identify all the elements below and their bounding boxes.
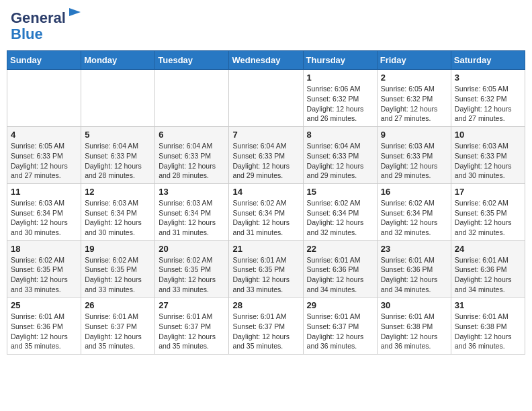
calendar-cell: 14Sunrise: 6:02 AM Sunset: 6:34 PM Dayli… bbox=[229, 183, 303, 240]
day-info: Sunrise: 6:01 AM Sunset: 6:36 PM Dayligh… bbox=[307, 255, 373, 295]
day-info: Sunrise: 6:02 AM Sunset: 6:35 PM Dayligh… bbox=[159, 255, 225, 295]
calendar-cell bbox=[81, 70, 155, 127]
day-info: Sunrise: 6:03 AM Sunset: 6:33 PM Dayligh… bbox=[381, 141, 447, 181]
day-number: 1 bbox=[307, 73, 373, 83]
weekday-friday: Friday bbox=[377, 51, 451, 70]
day-number: 31 bbox=[455, 300, 521, 310]
day-info: Sunrise: 6:05 AM Sunset: 6:32 PM Dayligh… bbox=[455, 84, 521, 124]
calendar-cell: 18Sunrise: 6:02 AM Sunset: 6:35 PM Dayli… bbox=[7, 240, 81, 298]
day-number: 12 bbox=[85, 187, 151, 197]
calendar-cell: 8Sunrise: 6:04 AM Sunset: 6:33 PM Daylig… bbox=[303, 127, 377, 184]
day-number: 16 bbox=[381, 187, 447, 197]
calendar-cell: 22Sunrise: 6:01 AM Sunset: 6:36 PM Dayli… bbox=[303, 240, 377, 298]
day-info: Sunrise: 6:02 AM Sunset: 6:34 PM Dayligh… bbox=[232, 198, 299, 238]
day-number: 9 bbox=[381, 130, 447, 140]
day-info: Sunrise: 6:01 AM Sunset: 6:37 PM Dayligh… bbox=[159, 312, 225, 351]
calendar-cell: 7Sunrise: 6:04 AM Sunset: 6:33 PM Daylig… bbox=[229, 127, 303, 184]
calendar-cell: 6Sunrise: 6:04 AM Sunset: 6:33 PM Daylig… bbox=[155, 127, 229, 184]
day-info: Sunrise: 6:05 AM Sunset: 6:32 PM Dayligh… bbox=[381, 84, 447, 124]
day-number: 23 bbox=[381, 244, 447, 254]
day-info: Sunrise: 6:01 AM Sunset: 6:38 PM Dayligh… bbox=[455, 312, 521, 351]
day-info: Sunrise: 6:04 AM Sunset: 6:33 PM Dayligh… bbox=[307, 141, 373, 181]
day-number: 6 bbox=[159, 130, 225, 140]
logo-general-text: General bbox=[11, 9, 66, 26]
calendar-cell: 24Sunrise: 6:01 AM Sunset: 6:36 PM Dayli… bbox=[451, 240, 525, 298]
calendar-cell: 13Sunrise: 6:03 AM Sunset: 6:34 PM Dayli… bbox=[155, 183, 229, 240]
day-number: 2 bbox=[381, 73, 447, 83]
day-number: 8 bbox=[307, 130, 373, 140]
calendar-cell: 19Sunrise: 6:02 AM Sunset: 6:35 PM Dayli… bbox=[81, 240, 155, 298]
day-info: Sunrise: 6:03 AM Sunset: 6:33 PM Dayligh… bbox=[455, 141, 521, 181]
day-number: 25 bbox=[11, 300, 77, 310]
calendar-table: SundayMondayTuesdayWednesdayThursdayFrid… bbox=[7, 50, 525, 355]
day-info: Sunrise: 6:03 AM Sunset: 6:34 PM Dayligh… bbox=[159, 198, 225, 238]
day-info: Sunrise: 6:02 AM Sunset: 6:34 PM Dayligh… bbox=[307, 198, 373, 238]
calendar-week-1: 1Sunrise: 6:06 AM Sunset: 6:32 PM Daylig… bbox=[7, 70, 525, 127]
weekday-header-row: SundayMondayTuesdayWednesdayThursdayFrid… bbox=[7, 51, 525, 70]
day-number: 17 bbox=[455, 187, 521, 197]
calendar-cell bbox=[155, 70, 229, 127]
day-info: Sunrise: 6:01 AM Sunset: 6:37 PM Dayligh… bbox=[85, 312, 151, 351]
day-number: 13 bbox=[159, 187, 225, 197]
calendar-cell: 29Sunrise: 6:01 AM Sunset: 6:37 PM Dayli… bbox=[303, 298, 377, 355]
day-info: Sunrise: 6:02 AM Sunset: 6:35 PM Dayligh… bbox=[85, 255, 151, 295]
day-number: 11 bbox=[11, 187, 77, 197]
day-number: 26 bbox=[85, 300, 151, 310]
calendar-cell: 12Sunrise: 6:03 AM Sunset: 6:34 PM Dayli… bbox=[81, 183, 155, 240]
day-number: 10 bbox=[455, 130, 521, 140]
logo: General Blue bbox=[11, 9, 83, 42]
calendar-cell: 25Sunrise: 6:01 AM Sunset: 6:36 PM Dayli… bbox=[7, 298, 81, 355]
day-number: 5 bbox=[85, 130, 151, 140]
day-number: 20 bbox=[159, 244, 225, 254]
day-info: Sunrise: 6:02 AM Sunset: 6:34 PM Dayligh… bbox=[381, 198, 447, 238]
day-info: Sunrise: 6:01 AM Sunset: 6:35 PM Dayligh… bbox=[232, 255, 299, 295]
calendar-cell: 30Sunrise: 6:01 AM Sunset: 6:38 PM Dayli… bbox=[377, 298, 451, 355]
day-number: 19 bbox=[85, 244, 151, 254]
calendar-cell: 28Sunrise: 6:01 AM Sunset: 6:37 PM Dayli… bbox=[229, 298, 303, 355]
day-info: Sunrise: 6:04 AM Sunset: 6:33 PM Dayligh… bbox=[159, 141, 225, 181]
calendar-cell: 27Sunrise: 6:01 AM Sunset: 6:37 PM Dayli… bbox=[155, 298, 229, 355]
svg-marker-0 bbox=[69, 8, 81, 16]
day-number: 14 bbox=[232, 187, 299, 197]
calendar-cell: 10Sunrise: 6:03 AM Sunset: 6:33 PM Dayli… bbox=[451, 127, 525, 184]
calendar-cell: 15Sunrise: 6:02 AM Sunset: 6:34 PM Dayli… bbox=[303, 183, 377, 240]
weekday-monday: Monday bbox=[81, 51, 155, 70]
calendar-cell: 4Sunrise: 6:05 AM Sunset: 6:33 PM Daylig… bbox=[7, 127, 81, 184]
day-info: Sunrise: 6:01 AM Sunset: 6:36 PM Dayligh… bbox=[11, 312, 77, 351]
weekday-sunday: Sunday bbox=[7, 51, 81, 70]
day-number: 18 bbox=[11, 244, 77, 254]
day-number: 22 bbox=[307, 244, 373, 254]
calendar-week-2: 4Sunrise: 6:05 AM Sunset: 6:33 PM Daylig… bbox=[7, 127, 525, 184]
day-number: 28 bbox=[232, 300, 299, 310]
calendar-cell bbox=[7, 70, 81, 127]
calendar-cell: 2Sunrise: 6:05 AM Sunset: 6:32 PM Daylig… bbox=[377, 70, 451, 127]
day-info: Sunrise: 6:04 AM Sunset: 6:33 PM Dayligh… bbox=[232, 141, 299, 181]
calendar-cell bbox=[229, 70, 303, 127]
day-info: Sunrise: 6:01 AM Sunset: 6:37 PM Dayligh… bbox=[307, 312, 373, 351]
calendar-cell: 20Sunrise: 6:02 AM Sunset: 6:35 PM Dayli… bbox=[155, 240, 229, 298]
calendar-cell: 9Sunrise: 6:03 AM Sunset: 6:33 PM Daylig… bbox=[377, 127, 451, 184]
day-info: Sunrise: 6:02 AM Sunset: 6:35 PM Dayligh… bbox=[455, 198, 521, 238]
calendar-cell: 3Sunrise: 6:05 AM Sunset: 6:32 PM Daylig… bbox=[451, 70, 525, 127]
day-info: Sunrise: 6:04 AM Sunset: 6:33 PM Dayligh… bbox=[85, 141, 151, 181]
day-number: 15 bbox=[307, 187, 373, 197]
day-number: 27 bbox=[159, 300, 225, 310]
calendar-cell: 23Sunrise: 6:01 AM Sunset: 6:36 PM Dayli… bbox=[377, 240, 451, 298]
day-number: 24 bbox=[455, 244, 521, 254]
logo-blue-text: Blue bbox=[11, 26, 43, 42]
calendar-week-4: 18Sunrise: 6:02 AM Sunset: 6:35 PM Dayli… bbox=[7, 240, 525, 298]
logo-flag-icon bbox=[67, 7, 83, 23]
day-number: 7 bbox=[232, 130, 299, 140]
weekday-thursday: Thursday bbox=[303, 51, 377, 70]
day-info: Sunrise: 6:05 AM Sunset: 6:33 PM Dayligh… bbox=[11, 141, 77, 181]
calendar-cell: 21Sunrise: 6:01 AM Sunset: 6:35 PM Dayli… bbox=[229, 240, 303, 298]
calendar-cell: 31Sunrise: 6:01 AM Sunset: 6:38 PM Dayli… bbox=[451, 298, 525, 355]
day-number: 3 bbox=[455, 73, 521, 83]
day-info: Sunrise: 6:02 AM Sunset: 6:35 PM Dayligh… bbox=[11, 255, 77, 295]
calendar-week-3: 11Sunrise: 6:03 AM Sunset: 6:34 PM Dayli… bbox=[7, 183, 525, 240]
weekday-tuesday: Tuesday bbox=[155, 51, 229, 70]
day-info: Sunrise: 6:06 AM Sunset: 6:32 PM Dayligh… bbox=[307, 84, 373, 124]
calendar-week-5: 25Sunrise: 6:01 AM Sunset: 6:36 PM Dayli… bbox=[7, 298, 525, 355]
page-header: General Blue bbox=[7, 7, 525, 45]
day-number: 4 bbox=[11, 130, 77, 140]
